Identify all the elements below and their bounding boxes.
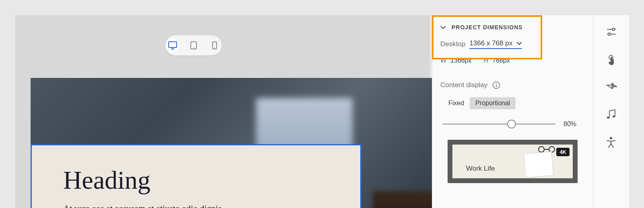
dimensions-row: W1366px H768px	[440, 57, 585, 64]
toggle-fixed[interactable]: Fixed	[443, 97, 470, 109]
resolution-value: 1366 x 768 px	[469, 39, 512, 47]
svg-point-6	[214, 48, 215, 49]
svg-point-18	[607, 117, 609, 119]
svg-point-19	[612, 116, 615, 118]
device-phone-button[interactable]	[208, 39, 221, 52]
device-tablet-button[interactable]	[187, 39, 200, 52]
desktop-icon	[168, 41, 177, 49]
info-icon[interactable]	[492, 81, 500, 89]
width-label: W	[440, 57, 446, 64]
card-heading: Heading	[63, 165, 329, 195]
tablet-icon	[190, 41, 197, 49]
svg-point-10	[539, 147, 544, 152]
chevron-down-icon	[440, 26, 446, 29]
svg-point-8	[496, 83, 497, 84]
right-icon-rail	[593, 15, 629, 208]
section-title: PROJECT DIMENSIONS	[452, 24, 523, 31]
card-subtext: At vero eos et accusam et etiusto odio d…	[63, 203, 329, 208]
scale-slider[interactable]	[443, 124, 555, 124]
height-value[interactable]: 768px	[492, 57, 510, 64]
properties-panel: PROJECT DIMENSIONS Desktop 1366 x 768 px…	[432, 15, 593, 208]
scale-value: 80%	[564, 120, 576, 128]
resolution-dropdown[interactable]: 1366 x 768 px	[469, 39, 522, 49]
svg-point-4	[193, 48, 194, 49]
touch-icon[interactable]	[606, 55, 617, 65]
section-header[interactable]: PROJECT DIMENSIONS	[440, 24, 585, 31]
chevron-down-icon	[516, 42, 522, 45]
preview-card[interactable]: 4K Work Life	[448, 140, 578, 183]
device-desktop-button[interactable]	[166, 39, 180, 52]
width-value[interactable]: 1366px	[450, 57, 472, 64]
svg-point-20	[610, 137, 612, 139]
canvas-area: Heading At vero eos et accusam et etiust…	[15, 15, 430, 208]
4k-badge: 4K	[556, 148, 570, 156]
accessibility-icon[interactable]	[606, 137, 617, 147]
flash-icon[interactable]	[606, 82, 617, 92]
music-icon[interactable]	[606, 109, 617, 120]
svg-point-14	[612, 28, 615, 31]
toggle-proportional[interactable]: Proportional	[470, 97, 516, 109]
preview-title: Work Life	[466, 165, 573, 173]
svg-rect-0	[169, 42, 177, 47]
content-display-label: Content display	[440, 81, 487, 89]
device-switcher	[165, 35, 222, 55]
text-card[interactable]: Heading At vero eos et accusam et etiust…	[31, 144, 361, 208]
svg-point-16	[608, 33, 611, 35]
height-label: H	[484, 57, 489, 64]
notebook-graphic	[524, 151, 554, 178]
slider-thumb[interactable]	[507, 120, 516, 128]
phone-icon	[212, 41, 217, 49]
device-label: Desktop	[440, 40, 465, 48]
display-toggle: Fixed Proportional	[443, 97, 585, 109]
settings-sliders-icon[interactable]	[606, 27, 617, 38]
